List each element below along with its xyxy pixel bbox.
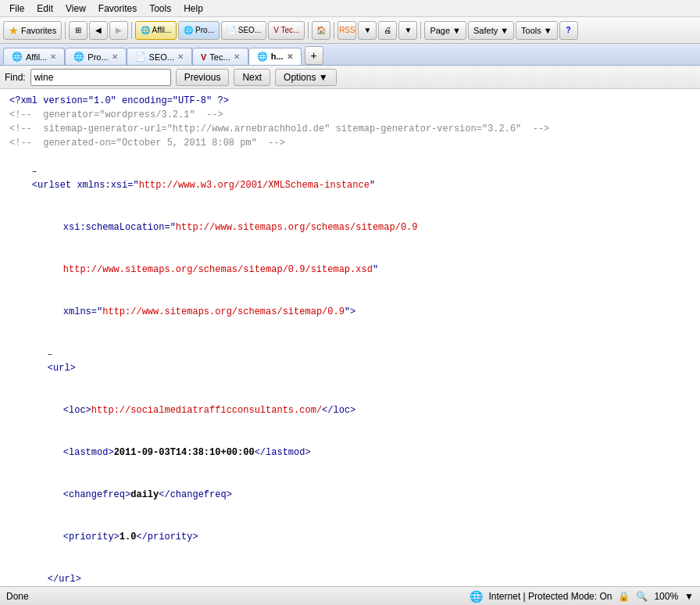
toolbar: ★ Favorites ⊞ ◀ ▶ 🌐 Affil... 🌐 Pro... 📄 … [0,17,700,44]
back-button[interactable]: ◀ [89,21,108,40]
url-1-loc: <loc>http://socialmediatrafficconsultant… [9,389,691,431]
menu-bar: File Edit View Favorites Tools Help [0,0,700,17]
tab-2[interactable]: 🌐 Pro... ✕ [65,48,126,65]
print-button[interactable]: 🖨 [378,21,397,40]
tab-3-label: SEO... [149,52,174,62]
next-button[interactable]: Next [234,69,270,86]
tab-4-icon: V [201,52,206,62]
menu-favorites[interactable]: Favorites [92,2,143,16]
find-label: Find: [5,72,26,83]
status-right: 🌐 Internet | Protected Mode: On 🔒 🔍 100%… [470,590,694,603]
tab-1-close[interactable]: ✕ [50,52,56,61]
menu-view[interactable]: View [59,2,92,16]
find-input[interactable] [30,69,171,86]
tab-fav-3[interactable]: 📄 SEO... [221,21,266,40]
menu-tools[interactable]: Tools [143,2,177,16]
zoom-dropdown[interactable]: ▼ [684,591,694,602]
rss-button[interactable]: RSS [338,21,356,40]
status-left: Done [6,591,29,602]
toolbar-separator-2 [131,22,132,39]
tab-3-close[interactable]: ✕ [177,52,184,61]
tab-5-close[interactable]: ✕ [287,52,293,61]
url-1-priority: <priority>1.0</priority> [9,516,691,558]
tab-4-label: Tec... [209,52,230,62]
urlset-open: – <urlset xmlns:xsi="http://www.w3.org/2… [9,150,691,206]
grid-view-button[interactable]: ⊞ [69,21,88,40]
status-bar: Done 🌐 Internet | Protected Mode: On 🔒 🔍… [0,586,700,605]
xml-content: <?xml version="1.0" encoding="UTF-8" ?> … [0,89,700,586]
rss-dropdown[interactable]: ▼ [358,21,377,40]
tab-5-icon: 🌐 [257,52,268,62]
tools-button[interactable]: Tools ▼ [516,21,558,40]
tab-fav-2[interactable]: 🌐 Pro... [178,21,220,40]
previous-button[interactable]: Previous [176,69,230,86]
toolbar-separator-4 [334,22,334,39]
menu-help[interactable]: Help [177,2,209,16]
url-1-collapse[interactable]: – [48,349,53,359]
tab-4[interactable]: V Tec... ✕ [192,48,248,65]
url-1-close: </url> [9,558,691,586]
xml-comment-2: <!-- sitemap-generator-url="http://www.a… [9,122,691,136]
tab-5[interactable]: 🌐 h... ✕ [248,48,302,65]
globe-icon: 🌐 [470,590,483,603]
safety-button[interactable]: Safety ▼ [468,21,514,40]
zoom-icon: 🔍 [636,591,648,602]
xml-comment-3: <!-- generated-on="October 5, 2011 8:08 … [9,136,691,150]
tab-4-close[interactable]: ✕ [234,52,240,61]
url-1-lastmod: <lastmod>2011-09-03T14:38:10+00:00</last… [9,431,691,474]
status-text: Done [6,591,29,602]
tab-fav-1[interactable]: 🌐 Affil... [135,21,177,40]
find-bar: Find: Previous Next Options ▼ [0,66,700,89]
tab-5-label: h... [271,52,284,61]
tab-2-label: Pro... [88,52,108,62]
protected-mode-text: Internet | Protected Mode: On [489,591,612,602]
tab-1[interactable]: 🌐 Affil... ✕ [3,48,65,65]
tab-fav-4[interactable]: V Tec... [268,21,305,40]
options-button[interactable]: Options ▼ [275,69,337,86]
toolbar-separator-5 [420,22,421,39]
home-button[interactable]: 🏠 [312,21,330,40]
url-1-changefreq: <changefreq>daily</changefreq> [9,474,691,516]
zoom-level: 100% [654,591,678,602]
urlset-collapse[interactable]: – [32,166,38,176]
urlset-attr-3: xmlns="http://www.sitemaps.org/schemas/s… [9,291,691,333]
toolbar-separator-1 [65,22,66,39]
help-button[interactable]: ? [559,21,578,40]
new-tab-button[interactable]: + [305,46,323,65]
page-button[interactable]: Page ▼ [424,21,466,40]
menu-file[interactable]: File [3,2,30,16]
menu-edit[interactable]: Edit [30,2,59,16]
xml-prolog: <?xml version="1.0" encoding="UTF-8" ?> [9,94,691,108]
tab-bar: 🌐 Affil... ✕ 🌐 Pro... ✕ 📄 SEO... ✕ V Tec… [0,44,700,66]
tab-2-icon: 🌐 [73,52,84,62]
star-icon: ★ [9,24,19,37]
security-icon: 🔒 [618,591,630,602]
tab-1-icon: 🌐 [12,52,23,62]
favorites-button[interactable]: ★ Favorites [3,21,62,40]
forward-button[interactable]: ▶ [109,21,128,40]
tab-3[interactable]: 📄 SEO... ✕ [127,48,192,65]
tab-3-icon: 📄 [135,52,146,62]
url-1-open: – <url> [9,333,691,389]
urlset-attr-2: http://www.sitemaps.org/schemas/sitemap/… [9,249,691,291]
xml-comment-1: <!-- generator="wordpress/3.2.1" --> [9,108,691,122]
toolbar-separator-3 [308,22,309,39]
urlset-attr-1: xsi:schemaLocation="http://www.sitemaps.… [9,206,691,249]
tab-2-close[interactable]: ✕ [112,52,118,61]
tab-1-label: Affil... [26,52,47,62]
print-dropdown[interactable]: ▼ [398,21,417,40]
